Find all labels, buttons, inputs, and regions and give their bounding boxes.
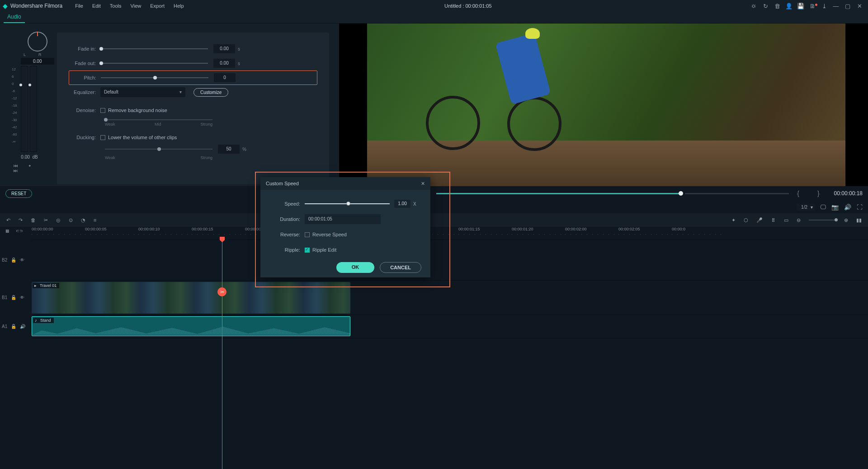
pitch-slider[interactable] [101, 77, 208, 78]
dialog-title: Custom Speed [266, 181, 299, 186]
playback-progress[interactable] [436, 193, 680, 194]
panel-tabs: Audio [0, 12, 868, 23]
crop-icon[interactable]: ◎ [56, 217, 61, 223]
zoom-in-icon[interactable]: ⊕ [844, 217, 848, 223]
ducking-slider[interactable] [105, 149, 212, 150]
menu-tools[interactable]: Tools [105, 3, 126, 9]
color-icon[interactable]: ◔ [81, 217, 85, 223]
marker-icon[interactable]: ✦ [731, 217, 736, 223]
audio-clip[interactable]: Stand [32, 316, 350, 336]
audio-meter: 12 6 0 -6 -12 -18 -24 -30 -42 -60 -∞ 0.0… [12, 66, 47, 173]
window-maximize-icon[interactable]: ▢ [842, 3, 854, 9]
split-icon[interactable]: ✂ [44, 217, 48, 223]
equalizer-customize-button[interactable]: Customize [193, 88, 228, 97]
speed-icon[interactable]: ⊙ [69, 217, 73, 223]
menu-edit[interactable]: Edit [88, 3, 105, 9]
ripple-checkbox[interactable] [305, 248, 310, 253]
visibility-icon[interactable]: 👁 [20, 258, 24, 263]
reverse-check-label: Reverse Speed [312, 232, 347, 237]
cancel-button[interactable]: CANCEL [380, 262, 421, 273]
window-minimize-icon[interactable]: — [830, 3, 842, 9]
app-name: Wondershare Filmora [10, 3, 62, 9]
volume-icon[interactable]: 🔊 [844, 204, 851, 211]
split-playhead-icon[interactable]: ✂ [217, 287, 226, 296]
fade-out-label: Fade out: [69, 61, 100, 66]
zoom-fit-icon[interactable]: ▮▮ [856, 217, 862, 223]
dialog-close-icon[interactable]: ✕ [421, 181, 425, 187]
ripple-label: Ripple: [269, 247, 300, 253]
visibility-icon[interactable]: 👁 [20, 295, 24, 300]
account-icon[interactable]: 👤 [783, 3, 795, 9]
pitch-label: Pitch: [69, 75, 101, 80]
snap-icon[interactable]: ▦ [5, 229, 9, 233]
window-close-icon[interactable]: ✕ [854, 3, 865, 9]
menu-export[interactable]: Export [146, 3, 169, 9]
lock-icon[interactable]: 🔓 [11, 258, 16, 263]
display-icon[interactable]: 🖵 [820, 204, 826, 211]
speed-value[interactable]: 1.00 [394, 200, 410, 208]
duration-label: Duration: [269, 216, 300, 222]
fade-in-label: Fade in: [69, 46, 100, 52]
project-title: Untitled : 00:00:01:05 [444, 3, 492, 9]
speed-slider[interactable] [305, 203, 390, 204]
redo-icon[interactable]: ↷ [19, 217, 23, 223]
snapshot-icon[interactable]: 📷 [831, 204, 839, 211]
page-select[interactable]: 1/2 [797, 204, 815, 211]
settings-gear-icon[interactable]: ⛭ [748, 3, 760, 9]
equalizer-select[interactable]: Default [100, 87, 185, 97]
denoise-label: Denoise: [69, 108, 100, 113]
speaker-icon[interactable]: 🔊 [20, 324, 25, 329]
zoom-out-icon[interactable]: ⊖ [797, 217, 801, 223]
custom-speed-dialog: Custom Speed ✕ Speed: 1.00 X Duration: 0… [260, 177, 430, 277]
audio-clip-label: Stand [33, 318, 54, 323]
duration-input[interactable]: 00:00:01:05 [305, 214, 381, 224]
fade-in-value[interactable]: 0.00 [213, 44, 235, 53]
menu-help[interactable]: Help [169, 3, 189, 9]
lock-icon[interactable]: 🔓 [11, 324, 16, 329]
menu-view[interactable]: View [126, 3, 146, 9]
title-bar: ◆ Wondershare Filmora File Edit Tools Vi… [0, 0, 868, 12]
mixer-icon[interactable]: 🎚 [771, 217, 776, 223]
pitch-value[interactable]: 0 [214, 73, 236, 82]
meter-controls[interactable]: ⏮ ◆ ⏭ [12, 163, 47, 173]
notification-icon[interactable]: 🗎 [807, 3, 818, 9]
mic-icon[interactable]: 🎤 [756, 217, 763, 223]
ducking-checkbox[interactable] [100, 135, 105, 140]
ducking-value[interactable]: 50 [218, 145, 240, 154]
denoise-slider[interactable] [105, 119, 212, 120]
ducking-check-label: Lower the volume of other clips [108, 135, 177, 140]
audio-track[interactable]: A1🔓🔊 Stand [32, 314, 868, 338]
fade-in-slider[interactable] [100, 48, 208, 49]
fullscreen-icon[interactable]: ⛶ [857, 204, 863, 211]
reset-button[interactable]: RESET [5, 189, 32, 198]
refresh-icon[interactable]: ↻ [760, 3, 771, 9]
fade-out-value[interactable]: 0.00 [213, 59, 235, 68]
denoise-checkbox[interactable] [100, 108, 105, 113]
speed-label: Speed: [269, 201, 300, 206]
balance-value[interactable]: 0.00 [21, 58, 54, 65]
trash-icon[interactable]: 🗑 [771, 3, 783, 9]
tag-icon[interactable]: ⬡ [744, 217, 748, 223]
video-clip-label: Travel 01 [33, 283, 59, 288]
lock-icon[interactable]: 🔓 [11, 295, 16, 300]
frame-icon[interactable]: ▭ [784, 217, 788, 223]
playhead[interactable]: ✂ [222, 239, 222, 469]
zoom-slider[interactable] [809, 220, 836, 220]
ripple-check-label: Ripple Edit [312, 247, 336, 253]
reverse-checkbox[interactable] [305, 232, 310, 237]
track-b1-label: B1 [2, 295, 7, 300]
balance-knob[interactable]: LR 0.00 [21, 32, 54, 65]
undo-icon[interactable]: ↶ [6, 217, 10, 223]
in-out-brackets[interactable]: { } [797, 190, 827, 197]
menu-file[interactable]: File [71, 3, 88, 9]
adjust-icon[interactable]: ≡ [94, 217, 96, 223]
tab-audio[interactable]: Audio [4, 11, 25, 23]
save-icon[interactable]: 💾 [795, 3, 807, 9]
reverse-label: Reverse: [269, 232, 300, 237]
download-icon[interactable]: ⤓ [818, 3, 830, 9]
preview-frame [367, 23, 845, 186]
ok-button[interactable]: OK [336, 262, 375, 273]
fade-out-slider[interactable] [100, 63, 208, 64]
delete-icon[interactable]: 🗑 [31, 217, 36, 223]
link-icon[interactable]: ⊂⊃ [16, 229, 23, 233]
